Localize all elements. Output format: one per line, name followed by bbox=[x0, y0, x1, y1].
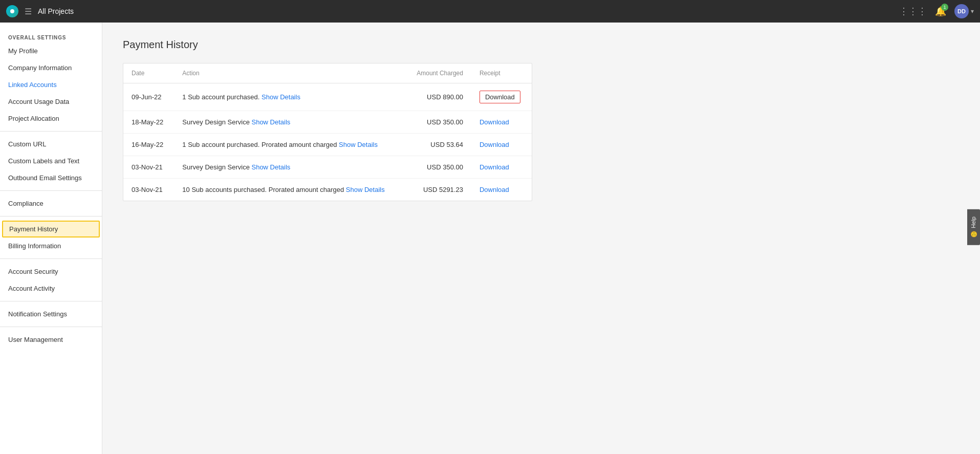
sidebar-item-payment-history[interactable]: Payment History bbox=[2, 221, 100, 237]
cell-action: 1 Sub account purchased. Show Details bbox=[174, 83, 405, 111]
cell-date: 03-Nov-21 bbox=[123, 179, 174, 201]
user-avatar-wrapper[interactable]: DD ▾ bbox=[954, 4, 974, 18]
show-details-link[interactable]: Show Details bbox=[251, 118, 290, 126]
cell-receipt: Download bbox=[471, 179, 532, 201]
cell-amount: USD 350.00 bbox=[405, 111, 471, 134]
sidebar-item-linked-accounts[interactable]: Linked Accounts bbox=[0, 76, 102, 93]
show-details-link[interactable]: Show Details bbox=[339, 141, 378, 148]
cell-date: 18-May-22 bbox=[123, 111, 174, 134]
sidebar-divider-4 bbox=[0, 258, 102, 259]
col-date: Date bbox=[123, 63, 174, 83]
sidebar-item-outbound-email[interactable]: Outbound Email Settings bbox=[0, 169, 102, 186]
topnav-right: ⋮⋮⋮ 🔔 1 DD ▾ bbox=[899, 4, 974, 18]
page-title: Payment History bbox=[123, 39, 960, 51]
topnav-title: All Projects bbox=[38, 7, 74, 15]
sidebar-item-account-security[interactable]: Account Security bbox=[0, 263, 102, 280]
sidebar-item-account-usage-data[interactable]: Account Usage Data bbox=[0, 93, 102, 110]
sidebar-divider-2 bbox=[0, 190, 102, 191]
sidebar-item-user-management[interactable]: User Management bbox=[0, 331, 102, 348]
notifications-bell[interactable]: 🔔 1 bbox=[935, 6, 946, 17]
cell-action: 1 Sub account purchased. Prorated amount… bbox=[174, 134, 405, 156]
cell-receipt: Download bbox=[471, 83, 532, 111]
cell-date: 09-Jun-22 bbox=[123, 83, 174, 111]
show-details-link[interactable]: Show Details bbox=[346, 186, 385, 193]
cell-action: Survey Design Service Show Details bbox=[174, 111, 405, 134]
action-text: Survey Design Service bbox=[182, 163, 251, 171]
table-row: 09-Jun-221 Sub account purchased. Show D… bbox=[123, 83, 532, 111]
app-logo bbox=[6, 5, 18, 17]
sidebar-divider-1 bbox=[0, 131, 102, 132]
action-text: Survey Design Service bbox=[182, 118, 251, 126]
help-button[interactable]: 🙂 Help bbox=[967, 209, 980, 245]
show-details-link[interactable]: Show Details bbox=[251, 163, 290, 171]
sidebar-item-company-information[interactable]: Company Information bbox=[0, 59, 102, 76]
cell-receipt: Download bbox=[471, 134, 532, 156]
download-button-outlined[interactable]: Download bbox=[480, 91, 520, 103]
download-link[interactable]: Download bbox=[480, 186, 509, 193]
cell-receipt: Download bbox=[471, 111, 532, 134]
avatar: DD bbox=[954, 4, 969, 18]
action-text: 1 Sub account purchased. bbox=[182, 93, 262, 101]
cell-amount: USD 890.00 bbox=[405, 83, 471, 111]
payment-table-wrapper: Date Action Amount Charged Receipt 09-Ju… bbox=[123, 63, 532, 201]
download-link[interactable]: Download bbox=[480, 118, 509, 126]
col-action: Action bbox=[174, 63, 405, 83]
col-receipt: Receipt bbox=[471, 63, 532, 83]
table-row: 18-May-22Survey Design Service Show Deta… bbox=[123, 111, 532, 134]
notification-badge: 1 bbox=[941, 4, 948, 11]
cell-action: 10 Sub accounts purchased. Prorated amou… bbox=[174, 179, 405, 201]
sidebar-item-billing-information[interactable]: Billing Information bbox=[0, 237, 102, 254]
main-content: Payment History Date Action Amount Charg… bbox=[102, 23, 980, 454]
topnav-left: ☰ All Projects bbox=[6, 5, 74, 17]
table-header-row: Date Action Amount Charged Receipt bbox=[123, 63, 532, 83]
help-icon: 🙂 bbox=[970, 231, 977, 237]
help-label: Help bbox=[971, 217, 977, 228]
sidebar-section-label: OVERALL SETTINGS bbox=[0, 31, 102, 42]
payment-table: Date Action Amount Charged Receipt 09-Ju… bbox=[123, 63, 532, 201]
avatar-dropdown-icon: ▾ bbox=[971, 8, 974, 15]
sidebar-divider-5 bbox=[0, 301, 102, 301]
sidebar-item-notification-settings[interactable]: Notification Settings bbox=[0, 306, 102, 322]
sidebar-divider-3 bbox=[0, 216, 102, 217]
cell-date: 16-May-22 bbox=[123, 134, 174, 156]
table-row: 03-Nov-21Survey Design Service Show Deta… bbox=[123, 156, 532, 179]
sidebar-divider-6 bbox=[0, 327, 102, 327]
cell-amount: USD 53.64 bbox=[405, 134, 471, 156]
cell-amount: USD 5291.23 bbox=[405, 179, 471, 201]
cell-amount: USD 350.00 bbox=[405, 156, 471, 179]
sidebar-item-account-activity[interactable]: Account Activity bbox=[0, 280, 102, 297]
sidebar: OVERALL SETTINGS My Profile Company Info… bbox=[0, 23, 102, 454]
cell-action: Survey Design Service Show Details bbox=[174, 156, 405, 179]
action-text: 10 Sub accounts purchased. Prorated amou… bbox=[182, 186, 345, 193]
grid-icon[interactable]: ⋮⋮⋮ bbox=[899, 6, 927, 17]
cell-date: 03-Nov-21 bbox=[123, 156, 174, 179]
sidebar-item-project-allocation[interactable]: Project Allocation bbox=[0, 110, 102, 127]
hamburger-icon[interactable]: ☰ bbox=[25, 7, 32, 16]
main-layout: OVERALL SETTINGS My Profile Company Info… bbox=[0, 23, 980, 454]
show-details-link[interactable]: Show Details bbox=[262, 93, 300, 101]
cell-receipt: Download bbox=[471, 156, 532, 179]
download-link[interactable]: Download bbox=[480, 163, 509, 171]
sidebar-item-my-profile[interactable]: My Profile bbox=[0, 42, 102, 59]
action-text: 1 Sub account purchased. Prorated amount… bbox=[182, 141, 339, 148]
sidebar-item-compliance[interactable]: Compliance bbox=[0, 195, 102, 212]
sidebar-item-custom-labels-text[interactable]: Custom Labels and Text bbox=[0, 153, 102, 169]
download-link[interactable]: Download bbox=[480, 141, 509, 148]
col-amount: Amount Charged bbox=[405, 63, 471, 83]
table-row: 03-Nov-2110 Sub accounts purchased. Pror… bbox=[123, 179, 532, 201]
top-navigation: ☰ All Projects ⋮⋮⋮ 🔔 1 DD ▾ bbox=[0, 0, 980, 23]
sidebar-item-custom-url[interactable]: Custom URL bbox=[0, 136, 102, 153]
table-row: 16-May-221 Sub account purchased. Prorat… bbox=[123, 134, 532, 156]
